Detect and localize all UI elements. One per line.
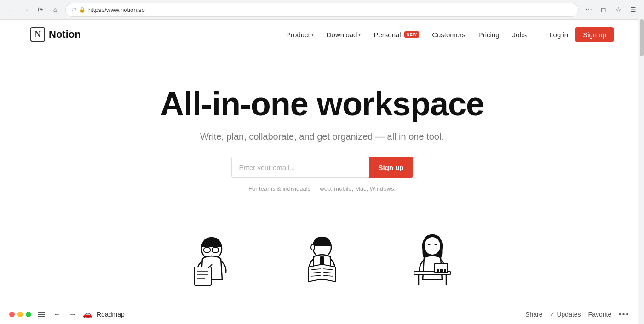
chevron-down-icon: ▾ xyxy=(358,32,361,37)
login-link[interactable]: Log in xyxy=(544,28,574,41)
new-badge: NEW xyxy=(404,31,420,38)
logo-letter: N xyxy=(35,30,41,40)
svg-rect-29 xyxy=(444,269,446,272)
hero-cta: Sign up xyxy=(12,157,632,178)
bottom-bar-left: ← → 🚗 Roadmap xyxy=(9,309,520,320)
pocket-button[interactable]: ◻ xyxy=(597,3,610,16)
hero-subtitle: Write, plan, collaborate, and get organi… xyxy=(12,131,632,142)
wikis-illustration xyxy=(285,229,359,298)
hamburger-menu-button[interactable] xyxy=(36,309,47,320)
address-bar[interactable]: 🛡 🔒 https://www.notion.so xyxy=(65,3,579,17)
svg-point-11 xyxy=(311,244,315,250)
notion-logo-icon: N xyxy=(30,27,45,42)
svg-rect-27 xyxy=(437,269,439,272)
nav-personal[interactable]: Personal NEW xyxy=(368,28,425,41)
page-title: Roadmap xyxy=(97,311,125,318)
projects-illustration xyxy=(396,229,469,298)
browser-action-buttons: ⋯ ◻ ☆ ☰ xyxy=(582,3,639,16)
main-nav: Product ▾ Download ▾ Personal NEW Custom… xyxy=(281,27,614,42)
updates-button[interactable]: ✓ Updates xyxy=(550,311,581,318)
nav-customers[interactable]: Customers xyxy=(426,28,471,41)
hero-note: For teams & individuals — web, mobile, M… xyxy=(12,185,632,192)
traffic-lights xyxy=(9,312,31,317)
share-button[interactable]: Share xyxy=(525,311,542,318)
chevron-down-icon: ▾ xyxy=(311,32,314,37)
hero-signup-button[interactable]: Sign up xyxy=(369,157,413,178)
logo-area[interactable]: N Notion xyxy=(30,27,81,42)
forward-page-button[interactable]: → xyxy=(67,309,78,320)
nav-customers-label: Customers xyxy=(432,31,466,39)
nav-product[interactable]: Product ▾ xyxy=(281,28,319,41)
bookmark-button[interactable]: ☆ xyxy=(612,3,625,16)
nav-pricing[interactable]: Pricing xyxy=(473,28,505,41)
close-window-button[interactable] xyxy=(9,312,15,317)
site-header: N Notion Product ▾ Download ▾ Personal N… xyxy=(3,20,641,49)
email-input[interactable] xyxy=(231,157,369,178)
hero-title: All-in-one workspace xyxy=(12,86,632,122)
more-options-button[interactable]: ••• xyxy=(619,310,629,318)
hero-section: All-in-one workspace Write, plan, collab… xyxy=(3,49,641,210)
signup-button[interactable]: Sign up xyxy=(575,27,614,42)
menu-button[interactable]: ☰ xyxy=(627,3,639,16)
hamburger-icon xyxy=(38,312,45,317)
bottom-bar: ← → 🚗 Roadmap Share ✓ Updates Favorite •… xyxy=(0,304,638,324)
bottom-bar-right: Share ✓ Updates Favorite ••• xyxy=(525,310,629,318)
feature-notes-docs[interactable]: Notes & docs xyxy=(175,229,248,313)
nav-personal-label: Personal xyxy=(374,31,401,39)
forward-button[interactable]: → xyxy=(19,3,32,16)
feature-projects[interactable]: Projects & tasks xyxy=(396,229,469,316)
updates-label: Updates xyxy=(557,311,581,318)
nav-product-label: Product xyxy=(286,31,310,39)
notes-illustration xyxy=(175,229,248,298)
check-icon: ✓ xyxy=(550,311,555,318)
logo-text: Notion xyxy=(49,28,81,40)
svg-rect-5 xyxy=(195,267,211,285)
maximize-window-button[interactable] xyxy=(26,312,31,317)
back-button[interactable]: ← xyxy=(5,3,17,16)
nav-download[interactable]: Download ▾ xyxy=(321,28,367,41)
url-text: https://www.notion.so xyxy=(88,6,573,13)
nav-divider xyxy=(538,30,538,39)
browser-toolbar: ← → ⟳ ⌂ 🛡 🔒 https://www.notion.so ⋯ ◻ ☆ … xyxy=(0,0,644,19)
favorite-button[interactable]: Favorite xyxy=(588,311,612,318)
nav-pricing-label: Pricing xyxy=(478,31,500,39)
page-content: N Notion Product ▾ Download ▾ Personal N… xyxy=(3,20,641,324)
reload-button[interactable]: ⟳ xyxy=(34,3,47,16)
nav-jobs[interactable]: Jobs xyxy=(507,28,533,41)
browser-nav-buttons: ← → ⟳ ⌂ xyxy=(5,3,62,16)
browser-chrome: ← → ⟳ ⌂ 🛡 🔒 https://www.notion.so ⋯ ◻ ☆ … xyxy=(0,0,644,20)
back-page-button[interactable]: ← xyxy=(52,309,63,320)
nav-download-label: Download xyxy=(327,31,357,39)
svg-point-21 xyxy=(425,237,440,255)
home-button[interactable]: ⌂ xyxy=(49,3,62,16)
scrollbar-track[interactable] xyxy=(638,19,644,324)
svg-rect-4 xyxy=(209,259,214,262)
minimize-window-button[interactable] xyxy=(17,312,23,317)
lock-icon: 🔒 xyxy=(79,7,86,13)
svg-rect-28 xyxy=(440,269,443,272)
extensions-button[interactable]: ⋯ xyxy=(582,3,595,16)
feature-wikis[interactable]: Wikis xyxy=(285,229,359,313)
shield-icon: 🛡 xyxy=(71,7,76,12)
nav-jobs-label: Jobs xyxy=(512,31,527,39)
page-icon: 🚗 xyxy=(83,310,92,318)
